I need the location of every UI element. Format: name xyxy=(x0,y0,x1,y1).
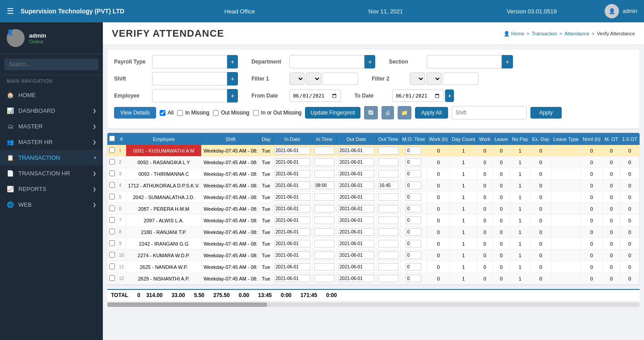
sidebar-item-master-hr[interactable]: 👥 MASTER HR ❯ xyxy=(0,134,103,150)
out-time-input[interactable] xyxy=(378,275,398,282)
employee-add-button[interactable]: + xyxy=(227,89,238,102)
in-time-input[interactable] xyxy=(314,263,335,271)
out-time-input[interactable] xyxy=(378,205,398,212)
in-date-input[interactable] xyxy=(275,228,310,236)
filter2-text-input[interactable] xyxy=(443,72,479,85)
out-date-input[interactable] xyxy=(339,251,374,259)
out-missing-checkbox[interactable] xyxy=(213,110,219,116)
apply-button[interactable]: Apply xyxy=(530,107,562,119)
out-date-input[interactable] xyxy=(339,147,374,154)
row-checkbox[interactable] xyxy=(109,159,115,165)
to-date-input[interactable] xyxy=(392,89,444,102)
in-date-input[interactable] xyxy=(275,217,310,224)
view-details-button[interactable]: View Details xyxy=(114,107,156,119)
in-time-input[interactable] xyxy=(314,158,335,166)
shift-input[interactable] xyxy=(152,72,227,85)
out-date-input[interactable] xyxy=(339,275,374,282)
col-select-all[interactable] xyxy=(107,133,117,145)
mo-time-input[interactable] xyxy=(406,170,421,178)
mo-time-input[interactable] xyxy=(406,240,421,247)
out-date-input[interactable] xyxy=(339,263,374,271)
sidebar-item-reports[interactable]: 📈 REPORTS ❯ xyxy=(0,181,103,197)
apply-shift-input[interactable] xyxy=(452,106,527,119)
row-checkbox-cell[interactable] xyxy=(107,168,117,180)
in-missing-checkbox[interactable] xyxy=(177,110,183,116)
in-time-input[interactable] xyxy=(314,147,335,154)
refresh-button[interactable]: 🔄 xyxy=(364,106,378,119)
row-checkbox[interactable] xyxy=(109,275,115,281)
mo-time-input[interactable] xyxy=(406,275,421,282)
mo-time-input[interactable] xyxy=(406,193,421,201)
mo-time-input[interactable] xyxy=(406,182,421,189)
section-input[interactable] xyxy=(427,55,502,68)
payroll-type-input[interactable] xyxy=(152,55,227,68)
out-time-input[interactable] xyxy=(378,193,398,201)
export-button[interactable]: 📁 xyxy=(398,106,411,119)
row-checkbox[interactable] xyxy=(109,240,115,246)
row-checkbox[interactable] xyxy=(109,170,115,176)
sidebar-item-web[interactable]: 🌐 WEB ❯ xyxy=(0,197,103,212)
horizontal-scrollbar[interactable] xyxy=(107,302,640,307)
in-time-input[interactable] xyxy=(314,240,335,247)
from-date-input[interactable] xyxy=(289,89,341,102)
department-add-button[interactable]: + xyxy=(364,55,375,68)
breadcrumb-home[interactable]: 👤 Home xyxy=(504,31,524,37)
out-time-input[interactable] xyxy=(378,240,398,247)
row-checkbox[interactable] xyxy=(109,229,115,234)
in-time-input[interactable] xyxy=(314,217,335,224)
to-date-add-button[interactable]: + xyxy=(445,89,454,102)
mo-time-input[interactable] xyxy=(406,228,421,236)
out-date-input[interactable] xyxy=(339,193,374,201)
sidebar-item-transaction[interactable]: 📋 TRANSACTION ▾ xyxy=(0,150,103,166)
out-date-input[interactable] xyxy=(339,240,374,247)
in-time-input[interactable] xyxy=(314,228,335,236)
update-fingerprint-button[interactable]: Update Fingerprint xyxy=(305,107,360,119)
out-date-input[interactable] xyxy=(339,228,374,236)
filter1-text-input[interactable] xyxy=(322,72,358,85)
in-date-input[interactable] xyxy=(275,205,310,212)
sidebar-item-transaction-hr[interactable]: 📄 TRANSACTION HR ❯ xyxy=(0,166,103,181)
out-time-input[interactable] xyxy=(378,170,398,178)
filter2-select1[interactable] xyxy=(410,72,425,85)
row-checkbox-cell[interactable] xyxy=(107,203,117,215)
department-input[interactable] xyxy=(289,55,364,68)
in-time-input[interactable] xyxy=(314,182,335,189)
in-date-input[interactable] xyxy=(275,147,310,154)
in-time-input[interactable] xyxy=(314,193,335,201)
row-checkbox-cell[interactable] xyxy=(107,261,117,273)
in-date-input[interactable] xyxy=(275,182,310,189)
in-date-input[interactable] xyxy=(275,158,310,166)
search-input[interactable] xyxy=(4,59,98,70)
row-checkbox-cell[interactable] xyxy=(107,226,117,238)
mo-time-input[interactable] xyxy=(406,251,421,259)
apply-all-button[interactable]: Apply All xyxy=(415,107,448,119)
row-checkbox[interactable] xyxy=(109,205,115,211)
select-all-checkbox[interactable] xyxy=(109,136,115,141)
row-checkbox-cell[interactable] xyxy=(107,250,117,261)
sidebar-item-dashboard[interactable]: 📊 DASHBOARD ❯ xyxy=(0,103,103,119)
out-date-input[interactable] xyxy=(339,217,374,224)
row-checkbox-cell[interactable] xyxy=(107,273,117,285)
payroll-type-add-button[interactable]: + xyxy=(227,55,238,68)
row-checkbox-cell[interactable] xyxy=(107,180,117,191)
row-checkbox-cell[interactable] xyxy=(107,157,117,168)
in-date-input[interactable] xyxy=(275,193,310,201)
menu-toggle[interactable]: ☰ xyxy=(7,6,14,16)
out-time-input[interactable] xyxy=(378,182,398,189)
in-date-input[interactable] xyxy=(275,275,310,282)
in-date-input[interactable] xyxy=(275,240,310,247)
shift-add-button[interactable]: + xyxy=(227,72,238,85)
row-checkbox[interactable] xyxy=(109,194,115,200)
employee-input[interactable] xyxy=(152,89,227,102)
all-checkbox[interactable] xyxy=(160,110,165,116)
out-date-input[interactable] xyxy=(339,205,374,212)
in-time-input[interactable] xyxy=(314,205,335,212)
row-checkbox-cell[interactable] xyxy=(107,145,117,157)
section-add-button[interactable]: + xyxy=(502,55,513,68)
row-checkbox[interactable] xyxy=(109,147,115,153)
row-checkbox[interactable] xyxy=(109,264,115,269)
mo-time-input[interactable] xyxy=(406,263,421,271)
breadcrumb-attendance[interactable]: Attendance xyxy=(564,31,589,36)
in-date-input[interactable] xyxy=(275,251,310,259)
row-checkbox[interactable] xyxy=(109,252,115,258)
